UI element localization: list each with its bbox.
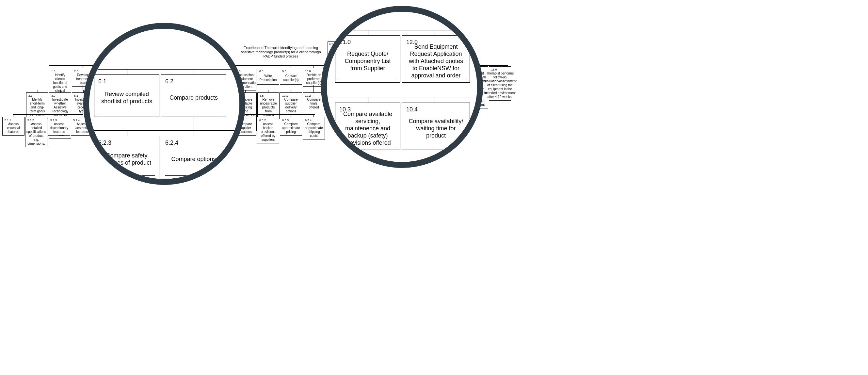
- connector-line: [37, 90, 38, 92]
- node-9-0: 9.0 Contact supplier(s): [280, 68, 302, 85]
- connector-line: [291, 114, 291, 117]
- node-id: 6.3.3: [282, 119, 300, 122]
- connector-line: [321, 97, 483, 97]
- node-text: Therapist performs follow-up evaluation/…: [491, 71, 509, 99]
- node-text: Decide on preferred supplier(s): [305, 73, 323, 85]
- node-text: Assess backup provisions offered by supp…: [259, 122, 277, 142]
- node-text: Assess discretionary features: [50, 122, 68, 134]
- lens-node-6-1: 6.1 Review compiled shortlist of product…: [94, 74, 159, 117]
- lens-node-10-4: 10.4 Compare availability/ waiting time …: [402, 102, 470, 150]
- connector-line: [60, 65, 60, 68]
- connector-line: [245, 114, 315, 115]
- connector-line: [435, 30, 435, 36]
- connector-line: [245, 90, 246, 92]
- node-id: 5.1.2: [27, 119, 45, 122]
- node-text: Compare availability/ waiting time for p…: [406, 113, 466, 144]
- node-text: Compare options: [165, 146, 222, 172]
- node-id: 3.0: [51, 94, 69, 98]
- node-6-3-4: 6.3.4 Compare approximate shipping costs: [303, 117, 325, 139]
- connector-line: [82, 114, 82, 117]
- node-6-3-3: 6.3.3 Compare approximate pricing: [280, 117, 302, 135]
- connector-line: [291, 90, 291, 92]
- lens-node-11-0: 11.0 Request Quote/ Componentry List fro…: [335, 35, 400, 83]
- connector-line: [268, 114, 268, 117]
- node-underline: [339, 80, 396, 80]
- node-id: 6.2.4: [165, 139, 222, 146]
- node-underline: [339, 147, 396, 147]
- lens-node-6-2-4: 6.2.4 Compare options: [161, 136, 226, 178]
- connector-line: [268, 90, 269, 92]
- connector-line: [313, 114, 314, 117]
- connector-line: [60, 90, 61, 92]
- connector-line: [83, 69, 245, 70]
- node-text: Compare approximate shipping costs: [305, 122, 323, 138]
- node-id: 10.1: [282, 94, 300, 98]
- node-underline: [98, 176, 155, 176]
- node-text: Review compiled shortlist of products: [98, 85, 155, 111]
- node-6-5: 6.5 Remove undesirable products from sho…: [257, 92, 280, 119]
- connector-line: [13, 114, 83, 115]
- node-id: 18.0: [491, 68, 509, 71]
- node-underline: [165, 114, 222, 114]
- diagram-canvas: Experienced Therapist identifying and so…: [0, 0, 868, 375]
- lens-node-6-2-3: 6.2.3 Compare safety features of product: [94, 136, 159, 178]
- node-id: 5.1.1: [5, 119, 22, 122]
- node-underline: [165, 176, 222, 176]
- node-text: Compare products: [165, 85, 222, 111]
- node-id: 6.2: [165, 78, 222, 85]
- connector-line: [368, 97, 368, 102]
- magnifier-lens-left: 6.1 Review compiled shortlist of product…: [83, 23, 245, 185]
- connector-line: [321, 30, 483, 30]
- connector-line: [127, 69, 127, 75]
- connector-line: [36, 114, 36, 117]
- node-id: 6.3.2: [259, 119, 277, 122]
- node-5-1-3: 5.1.3 Assess discretionary features: [48, 117, 70, 135]
- root-title: Experienced Therapist identifying and so…: [238, 46, 323, 59]
- connector-line: [194, 69, 194, 75]
- node-text: Compare safety features of product: [98, 146, 155, 172]
- node-id: 10.4: [406, 106, 466, 113]
- node-id: 6.1: [98, 78, 155, 85]
- node-id: 9.0: [282, 70, 300, 73]
- connector-line: [313, 65, 314, 68]
- connector-line: [435, 97, 435, 102]
- connector-line: [83, 85, 83, 90]
- connector-line: [281, 59, 281, 65]
- node-id: 6.2.3: [98, 139, 155, 146]
- connector-line: [127, 130, 127, 136]
- node-10-1: 10.1 Compare supplier delivery options: [280, 92, 302, 115]
- lens-node-10-3: 10.3 Compare available servicing, mainte…: [335, 102, 400, 150]
- connector-line: [83, 90, 84, 92]
- connector-line: [194, 117, 194, 130]
- node-id: 11.0: [339, 39, 396, 45]
- connector-line: [313, 85, 314, 90]
- connector-line: [368, 30, 368, 36]
- node-id: 5.1.3: [50, 119, 68, 122]
- node-underline: [98, 114, 155, 114]
- connector-line: [13, 114, 13, 117]
- node-text: Compare trials offered: [305, 98, 323, 110]
- node-text: Compare supplier delivery options: [282, 98, 300, 113]
- node-id: 6.3.4: [305, 119, 323, 122]
- node-text: Write Prescription: [259, 73, 277, 83]
- node-6-3-2: 6.3.2 Assess backup provisions offered b…: [257, 117, 279, 144]
- node-id: 10.0: [305, 70, 323, 73]
- lens-node-12-0: 12.0 Send Equipment Request Application …: [402, 35, 470, 83]
- node-text: Compare approximate pricing: [282, 122, 300, 134]
- node-id: 8.0: [259, 70, 277, 73]
- connector-line: [83, 130, 245, 131]
- connector-line: [83, 65, 83, 68]
- node-id: 2.1: [28, 94, 46, 98]
- node-5-1-1: 5.1.1 Assess essential features: [2, 117, 25, 135]
- node-text: Send Equipment Request Application with …: [406, 45, 466, 76]
- node-text: Request Quote/ Componentry List from Sup…: [339, 45, 396, 76]
- magnifier-lens-right: 11.0 Request Quote/ Componentry List fro…: [321, 6, 483, 168]
- connector-line: [59, 114, 59, 117]
- node-underline: [406, 80, 466, 80]
- node-text: Compare available servicing, maintenence…: [339, 113, 396, 144]
- node-id: 6.5: [259, 94, 277, 98]
- node-id: 1.0: [51, 70, 69, 73]
- node-text: Assess detailed specifications of produc…: [27, 122, 45, 146]
- connector-line: [245, 114, 245, 117]
- connector-line: [313, 90, 314, 92]
